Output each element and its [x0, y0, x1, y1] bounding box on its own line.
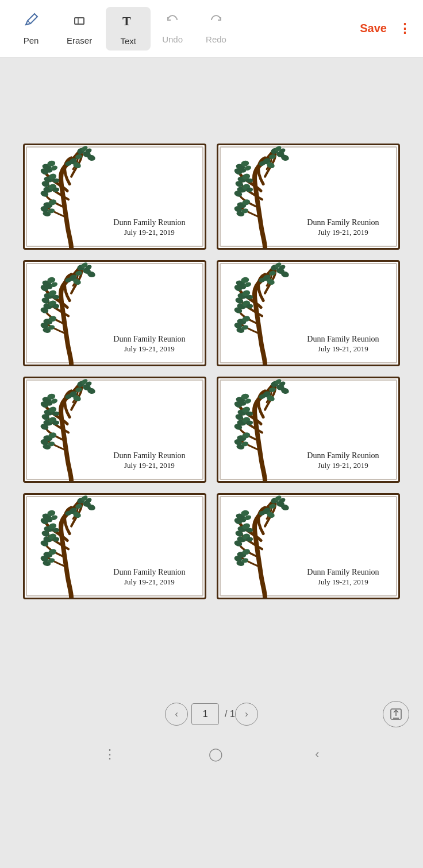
label-title: Dunn Family Reunion — [294, 451, 393, 461]
label-text-area: Dunn Family ReunionJuly 19-21, 2019 — [294, 451, 393, 471]
label-card: Dunn Family ReunionJuly 19-21, 2019 — [23, 144, 206, 250]
undo-icon — [165, 13, 180, 31]
undo-button[interactable]: Undo — [151, 8, 194, 49]
page-total: / 1 — [225, 709, 235, 719]
label-text-area: Dunn Family ReunionJuly 19-21, 2019 — [100, 218, 199, 238]
label-text-area: Dunn Family ReunionJuly 19-21, 2019 — [294, 334, 393, 354]
label-title: Dunn Family Reunion — [294, 218, 393, 228]
redo-label: Redo — [206, 34, 226, 44]
text-label: Text — [120, 36, 136, 46]
bottom-nav: ‹ / 1 › — [0, 691, 423, 737]
label-text-area: Dunn Family ReunionJuly 19-21, 2019 — [100, 334, 199, 354]
pen-label: Pen — [24, 36, 39, 45]
bottom-spacer — [0, 611, 423, 691]
labels-grid: Dunn Family ReunionJuly 19-21, 2019 — [23, 144, 400, 599]
label-text-area: Dunn Family ReunionJuly 19-21, 2019 — [100, 451, 199, 471]
eraser-tool[interactable]: Eraser — [53, 7, 106, 50]
more-menu-button[interactable]: ⋮ — [396, 17, 414, 41]
label-text-area: Dunn Family ReunionJuly 19-21, 2019 — [100, 567, 199, 587]
pen-tool[interactable]: Pen — [9, 7, 53, 50]
text-tool[interactable]: T Text — [106, 7, 151, 51]
label-date: July 19-21, 2019 — [294, 228, 393, 238]
label-date: July 19-21, 2019 — [294, 578, 393, 587]
label-card: Dunn Family ReunionJuly 19-21, 2019 — [23, 377, 206, 483]
label-title: Dunn Family Reunion — [294, 567, 393, 578]
label-title: Dunn Family Reunion — [100, 334, 199, 344]
eraser-label: Eraser — [67, 36, 92, 45]
save-button[interactable]: Save — [357, 17, 389, 40]
label-text-area: Dunn Family ReunionJuly 19-21, 2019 — [294, 218, 393, 238]
label-date: July 19-21, 2019 — [100, 344, 199, 354]
content-area: Dunn Family ReunionJuly 19-21, 2019 — [0, 132, 423, 611]
redo-button[interactable]: Redo — [194, 8, 238, 49]
label-card: Dunn Family ReunionJuly 19-21, 2019 — [23, 493, 206, 599]
label-date: July 19-21, 2019 — [294, 461, 393, 471]
page-number-input[interactable] — [191, 703, 219, 725]
next-page-button[interactable]: › — [235, 703, 258, 726]
label-title: Dunn Family Reunion — [100, 451, 199, 461]
page-nav: ‹ / 1 › — [165, 703, 258, 726]
toolbar-tools: Pen Eraser T Text — [9, 7, 357, 51]
label-card: Dunn Family ReunionJuly 19-21, 2019 — [217, 144, 400, 250]
redo-icon — [209, 13, 224, 31]
android-home-button[interactable]: ◯ — [209, 747, 223, 762]
label-date: July 19-21, 2019 — [100, 228, 199, 238]
toolbar: Pen Eraser T Text — [0, 0, 423, 57]
svg-rect-0 — [75, 18, 84, 24]
label-card: Dunn Family ReunionJuly 19-21, 2019 — [217, 377, 400, 483]
android-back-button[interactable]: ‹ — [315, 747, 319, 762]
label-date: July 19-21, 2019 — [294, 344, 393, 354]
label-card: Dunn Family ReunionJuly 19-21, 2019 — [217, 493, 400, 599]
top-spacer — [0, 57, 423, 132]
label-card: Dunn Family ReunionJuly 19-21, 2019 — [217, 260, 400, 366]
label-card: Dunn Family ReunionJuly 19-21, 2019 — [23, 260, 206, 366]
label-date: July 19-21, 2019 — [100, 578, 199, 587]
eraser-icon — [71, 12, 87, 32]
label-date: July 19-21, 2019 — [100, 461, 199, 471]
label-title: Dunn Family Reunion — [100, 567, 199, 578]
label-title: Dunn Family Reunion — [294, 334, 393, 344]
android-nav: ⋮ ◯ ‹ — [0, 737, 423, 772]
svg-text:T: T — [122, 14, 131, 28]
export-button[interactable] — [383, 701, 409, 727]
label-text-area: Dunn Family ReunionJuly 19-21, 2019 — [294, 567, 393, 587]
android-recents-button[interactable]: ⋮ — [103, 747, 116, 762]
text-icon: T — [120, 11, 137, 33]
label-title: Dunn Family Reunion — [100, 218, 199, 228]
pen-icon — [23, 12, 39, 32]
prev-page-button[interactable]: ‹ — [165, 703, 188, 726]
undo-label: Undo — [162, 34, 183, 44]
toolbar-right: Save ⋮ — [357, 17, 414, 41]
